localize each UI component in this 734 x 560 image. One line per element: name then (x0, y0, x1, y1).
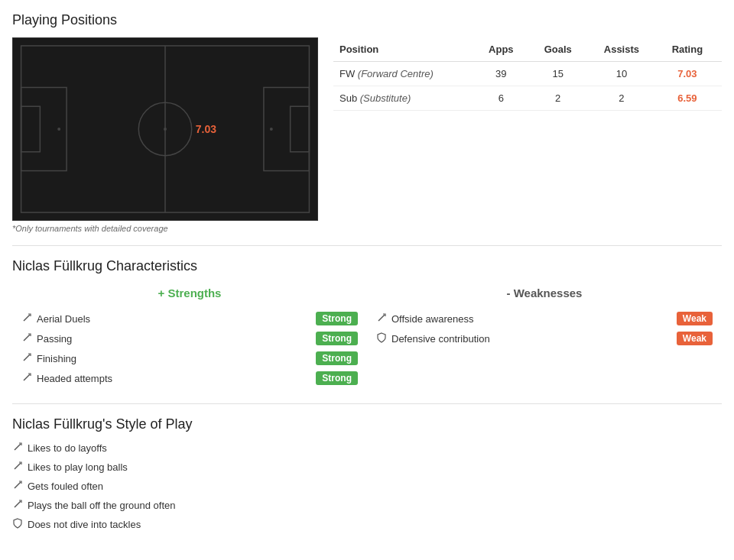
playing-positions-section: Playing Positions (12, 12, 722, 233)
svg-line-17 (15, 463, 21, 469)
strengths-header: + Strengths (12, 283, 367, 303)
svg-line-12 (24, 335, 30, 341)
strong-badge: Strong (316, 351, 358, 365)
svg-line-14 (24, 374, 30, 380)
svg-point-10 (270, 128, 273, 131)
boot-icon (12, 499, 23, 512)
strong-badge: Strong (316, 312, 358, 325)
characteristics-title: Niclas Füllkrug Characteristics (12, 258, 722, 274)
boot-icon (21, 332, 32, 345)
svg-line-16 (15, 444, 21, 450)
boot-icon (21, 372, 32, 385)
boot-icon (12, 461, 23, 474)
goals-cell: 15 (531, 62, 590, 86)
svg-line-13 (24, 354, 30, 361)
rating-cell: 6.59 (659, 86, 722, 111)
apps-cell: 6 (476, 86, 531, 111)
table-header-position: Position (333, 37, 476, 62)
apps-cell: 39 (476, 62, 531, 86)
style-item: Likes to play long balls (12, 461, 722, 474)
shield-icon (376, 332, 387, 345)
table-header-goals: Goals (531, 37, 590, 62)
table-header-apps: Apps (476, 37, 531, 62)
svg-point-9 (57, 128, 60, 131)
style-item: Gets fouled often (12, 480, 722, 493)
style-of-play-section: Niclas Füllkrug's Style of Play Likes to… (12, 403, 722, 531)
positions-table: Position Apps Goals Assists Rating FW (F… (333, 37, 722, 111)
weak-badge: Weak (677, 312, 713, 325)
strong-badge: Strong (316, 371, 358, 385)
pitch-rating-label: 7.03 (196, 123, 216, 135)
weakness-row: Offside awareness Weak (367, 312, 722, 325)
position-cell: Sub (Substitute) (333, 86, 476, 111)
boot-icon (12, 480, 23, 493)
strength-row: Aerial Duels Strong (12, 312, 367, 325)
pitch-container: 7.03 *Only tournaments with detailed cov… (12, 37, 318, 233)
style-item: Likes to do layoffs (12, 442, 722, 455)
characteristics-columns: + Strengths Aerial Duels Strong Passing … (12, 283, 722, 391)
assists-cell: 2 (590, 86, 659, 111)
weakness-name: Offside awareness (376, 312, 473, 325)
style-of-play-title: Niclas Füllkrug's Style of Play (12, 416, 722, 432)
strength-row: Passing Strong (12, 332, 367, 345)
playing-positions-title: Playing Positions (12, 12, 722, 28)
strength-name: Passing (21, 332, 72, 345)
table-row: FW (Forward Centre) 39 15 10 7.03 (333, 62, 722, 86)
shield-icon (12, 518, 23, 531)
assists-cell: 10 (590, 62, 659, 86)
positions-content: 7.03 *Only tournaments with detailed cov… (12, 37, 722, 233)
strength-name: Finishing (21, 352, 76, 365)
svg-line-19 (15, 501, 21, 507)
style-item: Does not dive into tackles (12, 518, 722, 531)
strength-row: Headed attempts Strong (12, 371, 367, 385)
table-row: Sub (Substitute) 6 2 2 6.59 (333, 86, 722, 111)
boot-icon (376, 312, 387, 325)
weakness-name: Defensive contribution (376, 332, 490, 345)
strength-row: Finishing Strong (12, 351, 367, 365)
weak-badge: Weak (677, 332, 713, 345)
goals-cell: 2 (531, 86, 590, 111)
weaknesses-header: - Weaknesses (367, 283, 722, 303)
svg-line-18 (15, 482, 21, 488)
pitch-note: *Only tournaments with detailed coverage (12, 224, 318, 233)
boot-icon (21, 312, 32, 325)
weakness-row: Defensive contribution Weak (367, 332, 722, 345)
strong-badge: Strong (316, 332, 358, 345)
svg-point-4 (164, 128, 167, 131)
strength-name: Headed attempts (21, 372, 112, 385)
table-header-assists: Assists (590, 37, 659, 62)
strength-name: Aerial Duels (21, 312, 90, 325)
rating-cell: 7.03 (659, 62, 722, 86)
boot-icon (21, 352, 32, 365)
svg-line-15 (378, 315, 385, 321)
strengths-column: + Strengths Aerial Duels Strong Passing … (12, 283, 367, 391)
boot-icon (12, 442, 23, 455)
pitch-field: 7.03 (12, 37, 318, 221)
characteristics-section: Niclas Füllkrug Characteristics + Streng… (12, 245, 722, 391)
weaknesses-column: - Weaknesses Offside awareness Weak Defe… (367, 283, 722, 391)
svg-line-11 (24, 315, 30, 321)
position-cell: FW (Forward Centre) (333, 62, 476, 86)
style-item: Plays the ball off the ground often (12, 499, 722, 512)
table-header-rating: Rating (659, 37, 722, 62)
